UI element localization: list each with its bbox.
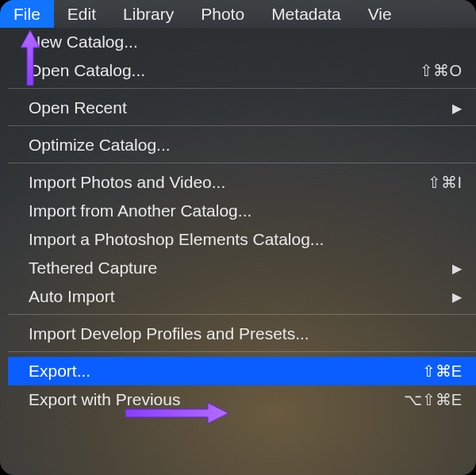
menubar-item-label: Vie — [368, 5, 392, 24]
menubar-item-label: Photo — [201, 5, 244, 24]
menubar-item-edit[interactable]: Edit — [54, 0, 109, 28]
menubar-item-photo[interactable]: Photo — [187, 0, 258, 28]
menu-item-import-profiles-presets[interactable]: Import Develop Profiles and Presets... — [8, 320, 476, 348]
menu-item-label: Export... — [29, 362, 413, 381]
menu-item-label: Import a Photoshop Elements Catalog... — [29, 230, 462, 249]
menu-separator — [8, 88, 476, 89]
menu-item-new-catalog[interactable]: New Catalog... — [8, 28, 476, 56]
menu-item-label: Open Recent — [29, 98, 443, 117]
file-menu-dropdown: New Catalog... Open Catalog... ⇧⌘O Open … — [8, 28, 476, 414]
menu-item-shortcut: ⇧⌘I — [418, 173, 462, 192]
menu-item-export[interactable]: Export... ⇧⌘E — [8, 357, 476, 385]
menu-item-label: Optimize Catalog... — [29, 136, 462, 155]
menu-separator — [8, 314, 476, 315]
submenu-arrow-icon: ▶ — [443, 261, 462, 276]
menubar: File Edit Library Photo Metadata Vie — [0, 0, 476, 28]
menu-item-import-another-catalog[interactable]: Import from Another Catalog... — [8, 197, 476, 225]
menu-item-auto-import[interactable]: Auto Import ▶ — [8, 282, 476, 311]
menu-item-tethered-capture[interactable]: Tethered Capture ▶ — [8, 254, 476, 282]
menubar-item-label: File — [13, 5, 40, 24]
menu-item-optimize-catalog[interactable]: Optimize Catalog... — [8, 131, 476, 159]
menu-item-open-catalog[interactable]: Open Catalog... ⇧⌘O — [8, 56, 476, 85]
menu-item-shortcut: ⌥⇧⌘E — [394, 390, 462, 409]
menu-item-shortcut: ⇧⌘O — [410, 61, 462, 80]
menu-item-import-photos-video[interactable]: Import Photos and Video... ⇧⌘I — [8, 168, 476, 197]
menu-item-import-pse-catalog[interactable]: Import a Photoshop Elements Catalog... — [8, 225, 476, 254]
menubar-item-library[interactable]: Library — [109, 0, 187, 28]
menu-item-label: Import from Another Catalog... — [29, 201, 462, 220]
menu-item-export-with-previous[interactable]: Export with Previous ⌥⇧⌘E — [8, 385, 476, 414]
menubar-item-label: Library — [123, 5, 174, 24]
menu-separator — [8, 163, 476, 163]
menu-item-label: Tethered Capture — [29, 259, 443, 278]
menu-item-label: Auto Import — [29, 287, 443, 306]
menu-item-open-recent[interactable]: Open Recent ▶ — [8, 94, 476, 122]
submenu-arrow-icon: ▶ — [443, 289, 462, 305]
menu-item-label: Import Develop Profiles and Presets... — [29, 324, 462, 343]
menubar-item-label: Metadata — [271, 5, 341, 24]
menu-item-shortcut: ⇧⌘E — [413, 362, 462, 381]
submenu-arrow-icon: ▶ — [443, 101, 462, 116]
menu-item-label: Export with Previous — [29, 390, 394, 409]
menubar-item-label: Edit — [67, 5, 96, 24]
menu-item-label: Import Photos and Video... — [29, 173, 418, 192]
menu-item-label: New Catalog... — [29, 33, 462, 52]
menubar-item-metadata[interactable]: Metadata — [258, 0, 355, 28]
menu-separator — [8, 351, 476, 352]
menubar-item-view[interactable]: Vie — [355, 0, 405, 28]
menubar-item-file[interactable]: File — [0, 0, 54, 28]
menu-item-label: Open Catalog... — [29, 61, 410, 80]
menu-separator — [8, 125, 476, 126]
